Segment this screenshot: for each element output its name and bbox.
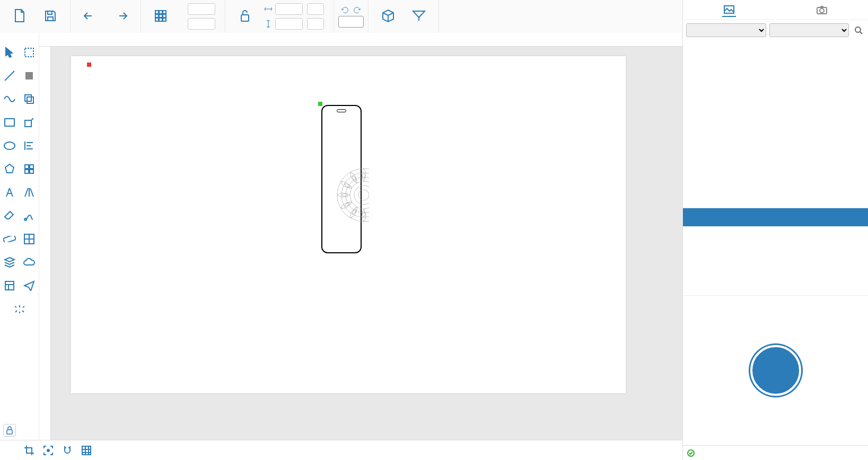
svg-point-30 (354, 185, 369, 205)
file-icon (12, 9, 27, 23)
grid-tool[interactable] (21, 161, 38, 177)
table-icon[interactable] (78, 443, 94, 458)
ruler-vertical (39, 47, 51, 440)
svg-point-35 (855, 27, 861, 32)
category-select-1[interactable] (686, 23, 766, 37)
svg-rect-22 (3, 236, 16, 242)
svg-rect-13 (27, 97, 33, 103)
svg-rect-11 (25, 72, 33, 79)
lock-button[interactable] (3, 424, 16, 437)
svg-rect-9 (241, 15, 249, 21)
svg-point-16 (4, 142, 15, 149)
copy-tool[interactable] (21, 91, 38, 107)
width-pct-input[interactable] (307, 3, 324, 15)
svg-rect-3 (155, 14, 159, 17)
polygon-tool[interactable] (1, 161, 18, 177)
library-tab-icon[interactable] (722, 3, 736, 17)
pen-tool[interactable] (21, 208, 38, 224)
rect-tool[interactable] (1, 114, 18, 130)
width-input[interactable] (275, 3, 303, 15)
ellipse-tool[interactable] (1, 138, 18, 154)
text-tool[interactable] (1, 184, 18, 200)
bottom-bar (0, 440, 682, 460)
canvas-page (71, 56, 626, 393)
advice-icon (411, 9, 426, 23)
rotate-cw-icon[interactable] (352, 5, 362, 15)
search-icon[interactable] (852, 24, 865, 37)
lock-open-icon (238, 9, 252, 23)
canvas-area[interactable] (51, 47, 682, 440)
light-tool[interactable] (2, 301, 38, 317)
send-tool[interactable] (21, 278, 38, 294)
svg-rect-1 (159, 11, 162, 14)
file-button[interactable] (4, 1, 35, 32)
connection-status (687, 449, 697, 457)
array-tool[interactable] (21, 231, 38, 247)
align-left-tool[interactable] (21, 138, 38, 154)
svg-point-28 (346, 177, 369, 213)
focus-icon[interactable] (40, 443, 56, 458)
select-tool[interactable] (1, 45, 18, 60)
magnet-icon[interactable] (59, 443, 75, 458)
save-button[interactable] (35, 1, 66, 32)
line-tool[interactable] (1, 68, 18, 84)
svg-rect-4 (159, 14, 162, 17)
svg-rect-20 (30, 170, 33, 173)
left-toolbar (0, 33, 39, 440)
phone-case-object[interactable] (321, 105, 362, 253)
svg-rect-0 (155, 11, 159, 14)
origin-marker (87, 63, 91, 67)
height-pct-input[interactable] (307, 18, 324, 30)
origin-button[interactable] (145, 1, 176, 32)
svg-point-31 (358, 190, 369, 200)
svg-rect-18 (30, 165, 33, 169)
rotate-ccw-icon[interactable] (340, 5, 350, 15)
category-select-2[interactable] (769, 23, 849, 37)
undo-icon (83, 9, 98, 23)
right-panel (682, 0, 868, 460)
svg-rect-17 (25, 165, 29, 169)
wave-tool[interactable] (1, 91, 18, 107)
rotate-input[interactable] (338, 16, 364, 28)
svg-point-34 (820, 8, 824, 13)
svg-rect-25 (7, 430, 12, 434)
crop-icon[interactable] (21, 443, 37, 458)
marquee-tool[interactable] (21, 45, 38, 60)
layout-tool[interactable] (1, 278, 18, 294)
svg-rect-10 (25, 48, 33, 57)
eraser-tool[interactable] (1, 208, 18, 224)
start-button[interactable] (750, 345, 801, 396)
cloud-tool[interactable] (21, 254, 38, 270)
advice-button[interactable] (404, 1, 434, 32)
y-input[interactable] (188, 18, 215, 30)
svg-point-26 (337, 169, 369, 222)
svg-rect-7 (159, 18, 162, 21)
svg-point-29 (350, 181, 369, 209)
fill-tool[interactable] (21, 68, 38, 84)
svg-rect-24 (5, 281, 14, 290)
undo-button[interactable] (75, 1, 106, 32)
ruler-horizontal (39, 33, 682, 47)
selection-handle[interactable] (318, 102, 322, 106)
height-input[interactable] (275, 18, 303, 30)
status-bar (683, 445, 868, 460)
redo-icon (113, 9, 128, 23)
mandala-pattern (332, 163, 369, 232)
svg-rect-38 (82, 446, 91, 455)
cube-icon (381, 9, 396, 23)
mirror-tool[interactable] (21, 184, 38, 200)
position-inputs (176, 3, 221, 30)
scale-button[interactable] (230, 1, 260, 32)
ruler-tool[interactable] (1, 231, 18, 247)
x-input[interactable] (188, 3, 215, 15)
shape-edit-tool[interactable] (21, 114, 38, 130)
svg-rect-14 (5, 119, 14, 126)
layers-tool[interactable] (1, 254, 18, 270)
svg-rect-5 (163, 14, 166, 17)
library-grid (683, 40, 868, 208)
svg-point-37 (47, 449, 49, 452)
size-inputs (260, 3, 329, 30)
camera-tab-icon[interactable] (815, 3, 829, 17)
create-button[interactable] (373, 1, 404, 32)
redo-button[interactable] (106, 1, 136, 32)
